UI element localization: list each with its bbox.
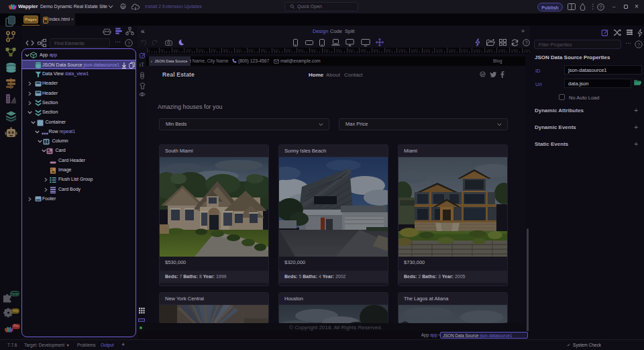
svg-text:?: ?: [127, 40, 130, 46]
svg-text:?: ?: [599, 5, 602, 9]
svg-text:tT: tT: [140, 62, 144, 68]
svg-text:?: ?: [525, 40, 527, 44]
svg-text:?: ?: [637, 42, 640, 48]
